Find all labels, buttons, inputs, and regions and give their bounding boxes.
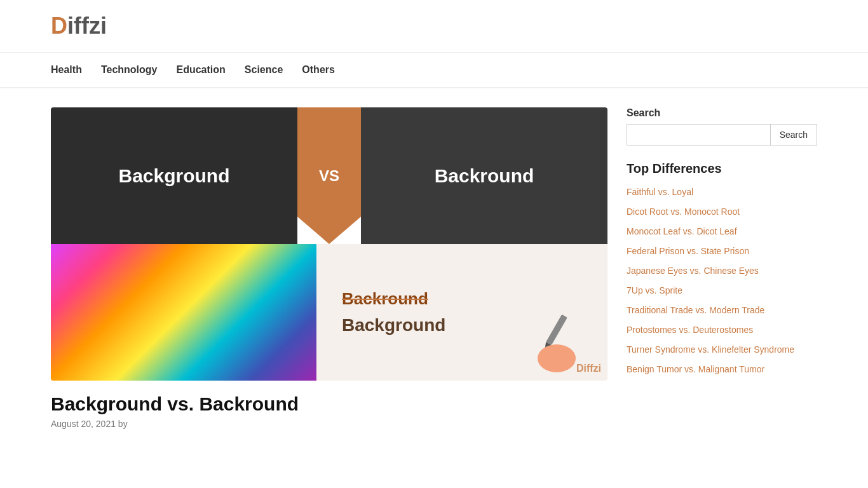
logo-rest: iffzi	[67, 13, 107, 39]
main-layout: Background VS Backround Backround Backgr…	[0, 88, 868, 448]
search-label: Search	[627, 107, 817, 119]
sidebar: Search Search Top Differences Faithful v…	[627, 107, 817, 429]
svg-rect-5	[562, 348, 567, 360]
top-differences-section: Top Differences Faithful vs. LoyalDicot …	[627, 161, 817, 376]
image-handwriting: Backround Background	[316, 244, 607, 381]
nav-item-technology[interactable]: Technology	[101, 53, 158, 87]
image-top-row: Background VS Backround	[51, 107, 607, 244]
difference-list-item[interactable]: Japanese Eyes vs. Chinese Eyes	[627, 264, 817, 278]
main-nav: Health Technology Education Science Othe…	[0, 53, 868, 88]
nav-list: Health Technology Education Science Othe…	[51, 53, 817, 87]
difference-list-item[interactable]: 7Up vs. Sprite	[627, 284, 817, 297]
logo-first-letter: D	[51, 13, 67, 39]
search-box: Search	[627, 124, 817, 146]
image-vs-label: VS	[297, 107, 361, 244]
site-header: Diffzi	[0, 0, 868, 53]
difference-list-item[interactable]: Federal Prison vs. State Prison	[627, 245, 817, 258]
nav-item-science[interactable]: Science	[245, 53, 283, 87]
difference-list-item[interactable]: Traditional Trade vs. Modern Trade	[627, 304, 817, 317]
image-background-label: Background	[51, 107, 297, 244]
site-logo[interactable]: Diffzi	[51, 13, 107, 39]
svg-rect-6	[568, 350, 573, 360]
nav-item-education[interactable]: Education	[177, 53, 226, 87]
article-title: Background vs. Backround	[51, 393, 607, 415]
nav-item-others[interactable]: Others	[302, 53, 335, 87]
article: Background VS Backround Backround Backgr…	[51, 107, 607, 429]
top-differences-title: Top Differences	[627, 161, 817, 176]
difference-list-item[interactable]: Faithful vs. Loyal	[627, 186, 817, 199]
article-meta: August 20, 2021 by	[51, 419, 607, 429]
difference-list-item[interactable]: Monocot Leaf vs. Dicot Leaf	[627, 225, 817, 238]
image-color-gradient	[51, 244, 316, 381]
nav-item-health[interactable]: Health	[51, 53, 82, 87]
difference-list-item[interactable]: Protostomes vs. Deuterostomes	[627, 323, 817, 337]
main-content: Background VS Backround Backround Backgr…	[51, 107, 607, 429]
difference-list-item[interactable]: Turner Syndrome vs. Klinefelter Syndrome	[627, 343, 817, 356]
watermark: Diffzi	[576, 363, 601, 374]
differences-list: Faithful vs. LoyalDicot Root vs. Monocot…	[627, 186, 817, 376]
svg-rect-0	[546, 315, 567, 345]
svg-rect-4	[555, 346, 560, 360]
search-input[interactable]	[627, 124, 771, 146]
difference-list-item[interactable]: Benign Tumor vs. Malignant Tumor	[627, 363, 817, 376]
image-bottom-row: Backround Background	[51, 244, 607, 381]
image-backround-label: Backround	[361, 107, 607, 244]
correct-spelling: Background	[342, 315, 445, 336]
wrong-spelling: Backround	[342, 289, 428, 309]
svg-rect-7	[541, 353, 550, 359]
search-button[interactable]: Search	[771, 124, 817, 146]
difference-list-item[interactable]: Dicot Root vs. Monocot Root	[627, 205, 817, 219]
article-image: Background VS Backround Backround Backgr…	[51, 107, 607, 381]
search-section: Search Search	[627, 107, 817, 146]
